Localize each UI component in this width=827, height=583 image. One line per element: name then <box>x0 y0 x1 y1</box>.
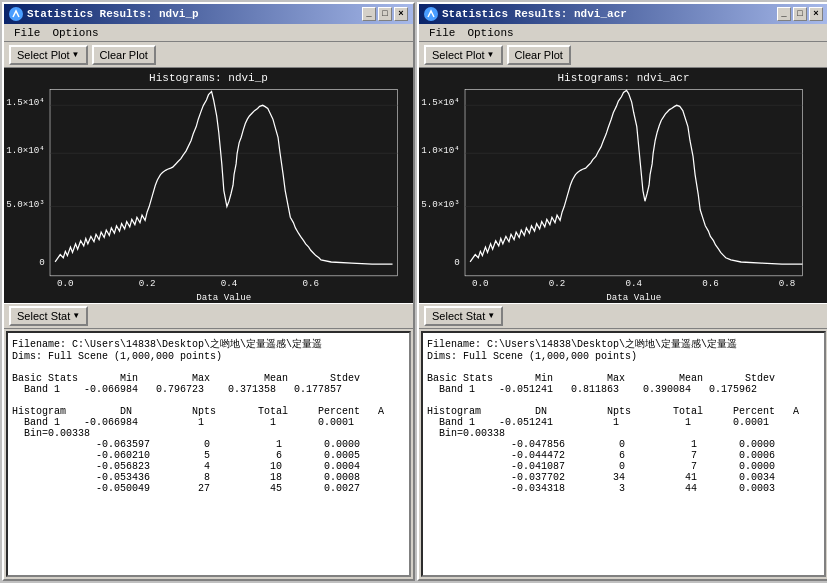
right-histogram-chart: 0 5.0×10³ 1.0×10⁴ 1.5×10⁴ 0.0 0.2 0.4 0.… <box>419 68 827 303</box>
svg-text:0.0: 0.0 <box>472 278 489 289</box>
svg-text:1.0×10⁴: 1.0×10⁴ <box>421 145 460 156</box>
right-title-bar-buttons: _ □ × <box>777 7 823 21</box>
menu-file-left[interactable]: File <box>8 26 46 39</box>
svg-text:0.4: 0.4 <box>625 278 642 289</box>
left-title-bar: Statistics Results: ndvi_p _ □ × <box>4 4 413 24</box>
svg-text:Data Value: Data Value <box>196 292 251 302</box>
minimize-button[interactable]: _ <box>362 7 376 21</box>
left-toolbar: Select Plot ▼ Clear Plot <box>4 42 413 68</box>
clear-plot-button-left[interactable]: Clear Plot <box>92 45 156 65</box>
menu-options-right[interactable]: Options <box>461 26 519 39</box>
stat-dropdown-arrow-right: ▼ <box>487 311 495 320</box>
dropdown-arrow-right: ▼ <box>487 50 495 59</box>
maximize-button[interactable]: □ <box>378 7 392 21</box>
right-plot-area: Histograms: ndvi_acr 0 5.0×10³ 1.0×10⁴ 1… <box>419 68 827 303</box>
left-window: Statistics Results: ndvi_p _ □ × File Op… <box>2 2 415 581</box>
right-window: Statistics Results: ndvi_acr _ □ × File … <box>417 2 827 581</box>
title-bar-left: Statistics Results: ndvi_p <box>9 7 199 21</box>
right-stats-toolbar: Select Stat ▼ <box>419 303 827 329</box>
svg-text:1.5×10⁴: 1.5×10⁴ <box>6 97 45 108</box>
right-window-title: Statistics Results: ndvi_acr <box>442 8 627 20</box>
select-plot-button-left[interactable]: Select Plot ▼ <box>9 45 88 65</box>
svg-text:0: 0 <box>39 257 45 268</box>
select-stat-button-right[interactable]: Select Stat ▼ <box>424 306 503 326</box>
stat-dropdown-arrow-left: ▼ <box>72 311 80 320</box>
left-plot-area: Histograms: ndvi_p 0 5.0×10³ 1.0×10⁴ 1.5… <box>4 68 413 303</box>
svg-text:5.0×10³: 5.0×10³ <box>421 198 460 209</box>
svg-text:0.0: 0.0 <box>57 278 74 289</box>
menu-file-right[interactable]: File <box>423 26 461 39</box>
close-button[interactable]: × <box>394 7 408 21</box>
left-menu-bar: File Options <box>4 24 413 42</box>
left-histogram-chart: 0 5.0×10³ 1.0×10⁴ 1.5×10⁴ 0.0 0.2 0.4 0.… <box>4 68 413 303</box>
right-minimize-button[interactable]: _ <box>777 7 791 21</box>
left-plot-title: Histograms: ndvi_p <box>4 72 413 84</box>
svg-text:Data Value: Data Value <box>606 292 661 302</box>
svg-text:0.4: 0.4 <box>221 278 238 289</box>
svg-text:0: 0 <box>454 257 460 268</box>
right-plot-title: Histograms: ndvi_acr <box>419 72 827 84</box>
svg-text:0.6: 0.6 <box>302 278 319 289</box>
app-icon <box>9 7 23 21</box>
svg-text:0.8: 0.8 <box>779 278 796 289</box>
left-stats-area[interactable]: Filename: C:\Users\14838\Desktop\之哟地\定量遥… <box>6 331 411 578</box>
title-bar-buttons: _ □ × <box>362 7 408 21</box>
svg-text:1.0×10⁴: 1.0×10⁴ <box>6 145 45 156</box>
svg-text:0.2: 0.2 <box>549 278 566 289</box>
right-maximize-button[interactable]: □ <box>793 7 807 21</box>
svg-text:0.2: 0.2 <box>139 278 156 289</box>
left-stats-toolbar: Select Stat ▼ <box>4 303 413 329</box>
svg-text:0.6: 0.6 <box>702 278 719 289</box>
right-toolbar: Select Plot ▼ Clear Plot <box>419 42 827 68</box>
svg-rect-17 <box>465 89 802 276</box>
dropdown-arrow-left: ▼ <box>72 50 80 59</box>
svg-text:5.0×10³: 5.0×10³ <box>6 198 45 209</box>
right-title-bar: Statistics Results: ndvi_acr _ □ × <box>419 4 827 24</box>
select-stat-button-left[interactable]: Select Stat ▼ <box>9 306 88 326</box>
right-app-icon <box>424 7 438 21</box>
clear-plot-button-right[interactable]: Clear Plot <box>507 45 571 65</box>
select-plot-button-right[interactable]: Select Plot ▼ <box>424 45 503 65</box>
right-title-bar-left: Statistics Results: ndvi_acr <box>424 7 627 21</box>
menu-options-left[interactable]: Options <box>46 26 104 39</box>
right-menu-bar: File Options <box>419 24 827 42</box>
right-stats-area[interactable]: Filename: C:\Users\14838\Desktop\之哟地\定量遥… <box>421 331 826 578</box>
right-close-button[interactable]: × <box>809 7 823 21</box>
svg-text:1.5×10⁴: 1.5×10⁴ <box>421 97 460 108</box>
left-window-title: Statistics Results: ndvi_p <box>27 8 199 20</box>
